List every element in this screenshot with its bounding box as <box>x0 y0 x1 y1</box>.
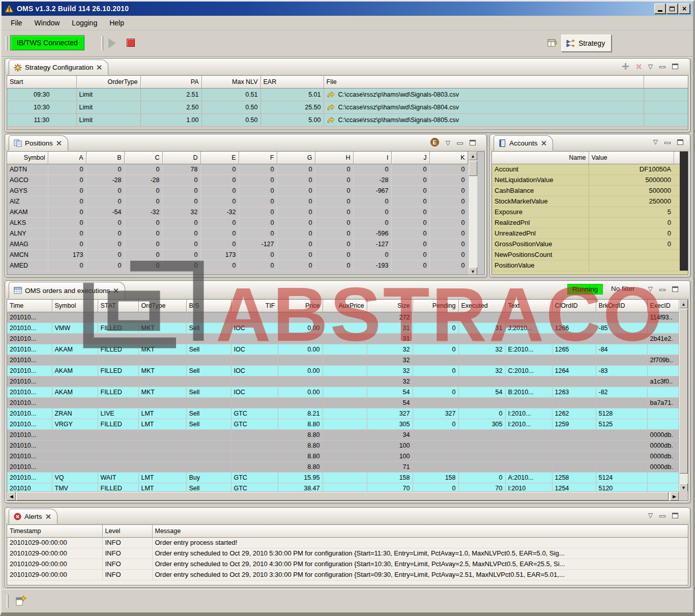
account-row[interactable]: PositionValue <box>492 260 688 271</box>
maximize-view-icon[interactable] <box>672 64 678 69</box>
strategy-row[interactable]: 10:30 Limit 2.50 0.50 25.50 C:\ccase\rss… <box>7 101 688 113</box>
close-button[interactable]: × <box>679 4 690 14</box>
scroll-left-button[interactable]: ◀ <box>7 492 16 501</box>
column-header[interactable] <box>644 76 688 88</box>
positions-row[interactable]: ALKS 0 0 0 0 0 0 0 0 0 0 0 <box>7 217 468 228</box>
column-header[interactable]: File <box>324 76 644 88</box>
column-header[interactable]: G <box>277 152 315 164</box>
positions-row[interactable]: ADTN 0 0 0 78 0 0 0 0 0 0 0 <box>7 164 468 174</box>
oms-row[interactable]: 201010... 32 <box>7 355 679 365</box>
column-header[interactable]: AuxPrice <box>323 300 367 312</box>
add-configuration-icon[interactable] <box>622 63 629 70</box>
view-menu-icon[interactable]: ▽ <box>648 512 653 518</box>
column-header[interactable]: E <box>200 152 239 164</box>
column-header[interactable]: H <box>315 152 353 164</box>
positions-row[interactable]: AKAM 0 -54 -32 32 -32 0 0 0 0 0 0 <box>7 207 468 217</box>
maximize-view-icon[interactable] <box>470 140 476 145</box>
oms-row[interactable]: 201010... 54 <box>7 397 679 408</box>
scroll-up-button[interactable]: ▲ <box>469 152 477 160</box>
tab-close-icon[interactable] <box>56 140 62 146</box>
minimize-view-icon[interactable] <box>659 66 665 68</box>
column-header[interactable]: Size <box>367 300 413 312</box>
open-perspective-button[interactable] <box>546 37 559 50</box>
stop-strategy-button[interactable] <box>127 39 135 47</box>
view-menu-icon[interactable]: ▽ <box>653 139 658 145</box>
minimize-view-icon[interactable] <box>457 142 463 144</box>
positions-row[interactable]: AMCN 173 0 0 0 173 0 0 0 0 0 0 <box>7 249 468 260</box>
scroll-thumb[interactable] <box>16 492 669 501</box>
column-header[interactable]: Start <box>7 76 76 88</box>
column-header[interactable]: OrdType <box>138 300 186 312</box>
filter-status-label[interactable]: No filter <box>611 285 635 292</box>
oms-row[interactable]: 201010... 8.80 34 <box>7 429 679 440</box>
oms-row[interactable]: 201010... VQ WAIT LMT Buy GTC 15.95 158 … <box>7 472 679 483</box>
column-header[interactable]: Symbol <box>52 300 98 312</box>
menu-item[interactable]: Logging <box>67 17 102 28</box>
maximize-view-icon[interactable] <box>672 513 678 518</box>
column-header[interactable]: B <box>86 152 124 164</box>
minimize-view-icon[interactable] <box>659 289 665 291</box>
oms-row[interactable]: 201010... VMW FILLED MKT Sell IOC 0.00 3… <box>7 322 679 333</box>
column-header[interactable]: I <box>353 152 391 164</box>
account-row[interactable]: Exposure 5 <box>492 207 688 217</box>
column-header[interactable]: Message <box>152 525 688 537</box>
alert-row[interactable]: 20101029-00:00:00 INFO Order entry proce… <box>7 537 688 548</box>
menu-item[interactable]: Help <box>104 17 129 28</box>
toolbar-grip[interactable] <box>101 36 103 50</box>
column-header[interactable]: C <box>124 152 162 164</box>
positions-row[interactable]: AGYS 0 0 0 0 0 0 0 0 -967 0 0 <box>7 185 468 196</box>
scroll-down-button[interactable]: ▼ <box>679 483 688 492</box>
column-header[interactable]: K <box>429 152 468 164</box>
column-header[interactable]: ClOrdID <box>552 300 596 312</box>
column-header[interactable]: BrkOrdID <box>596 300 647 312</box>
view-menu-icon[interactable]: ▽ <box>648 286 653 292</box>
column-header[interactable]: Pending <box>413 300 458 312</box>
tab-accounts[interactable]: Accounts <box>494 135 553 151</box>
column-header[interactable]: A <box>48 152 86 164</box>
column-header[interactable]: Text <box>505 300 552 312</box>
toolbar-grip[interactable] <box>6 36 8 50</box>
positions-row[interactable]: ALNY 0 0 0 0 0 0 0 0 -596 0 0 <box>7 228 468 239</box>
maximize-button[interactable] <box>667 4 678 14</box>
column-header[interactable]: ExecID <box>647 300 679 312</box>
account-row[interactable]: Account DF10050A <box>492 164 688 174</box>
column-header[interactable]: J <box>391 152 429 164</box>
delete-configuration-icon[interactable] <box>635 64 642 70</box>
fast-view-button[interactable] <box>15 595 27 609</box>
maximize-view-icon[interactable] <box>677 139 683 145</box>
column-header[interactable]: Value <box>589 152 674 164</box>
column-header[interactable]: Level <box>102 525 152 537</box>
start-strategy-button[interactable] <box>108 38 116 48</box>
alert-row[interactable]: 20101029-00:00:00 INFO Order entry sched… <box>7 559 688 569</box>
view-menu-icon[interactable]: ▽ <box>648 64 653 70</box>
account-row[interactable]: NewPositionsCount <box>492 249 688 260</box>
statusbar-grip[interactable] <box>7 595 9 608</box>
account-row[interactable]: StockMarketValue 250000 <box>492 196 688 207</box>
account-row[interactable]: GrossPositionValue 0 <box>492 239 688 249</box>
column-header[interactable]: EAR <box>260 76 324 88</box>
oms-row[interactable]: 201010... 8.80 71 <box>7 461 679 472</box>
account-row[interactable]: CashBalance 500000 <box>492 185 688 196</box>
minimize-view-icon[interactable] <box>664 142 671 144</box>
column-header[interactable]: Time <box>7 300 52 312</box>
alert-row[interactable]: 20101029-00:00:00 INFO Order entry sched… <box>7 548 688 559</box>
minimize-view-icon[interactable] <box>659 515 665 517</box>
column-header[interactable]: Timestamp <box>7 525 102 537</box>
positions-row[interactable]: AMAG 0 0 0 0 0 -127 0 0 -127 0 0 <box>7 239 468 249</box>
oms-vertical-scrollbar[interactable]: ▲ ▼ <box>679 300 688 492</box>
column-header[interactable]: Price <box>278 300 323 312</box>
run-mode-badge[interactable]: E <box>430 138 439 146</box>
column-header[interactable]: PA <box>140 76 201 88</box>
oms-row[interactable]: 201010... ZRAN LIVE LMT Sell GTC 8.21 32… <box>7 408 679 419</box>
scroll-down-button[interactable]: ▼ <box>469 267 477 275</box>
tab-close-icon[interactable] <box>541 140 546 146</box>
oms-row[interactable]: 201010... VRGY FILLED LMT Sell GTC 8.80 … <box>7 419 679 429</box>
maximize-view-icon[interactable] <box>672 286 678 292</box>
account-row[interactable]: NetLiquidationValue 5000000 <box>492 174 688 185</box>
positions-row[interactable]: AGCO 0 -28 -28 0 0 0 0 0 -28 0 0 <box>7 174 468 185</box>
oms-row[interactable]: 201010... AKAM FILLED MKT Sell IOC 0.00 … <box>7 387 679 397</box>
positions-row[interactable]: AIZ 0 0 0 0 0 0 0 0 0 0 0 <box>7 196 468 207</box>
account-row[interactable]: UnrealizedPnl 0 <box>492 228 688 239</box>
oms-row[interactable]: 201010... 8.80 100 <box>7 440 679 451</box>
oms-horizontal-scrollbar[interactable]: ◀ ▶ <box>7 491 679 501</box>
